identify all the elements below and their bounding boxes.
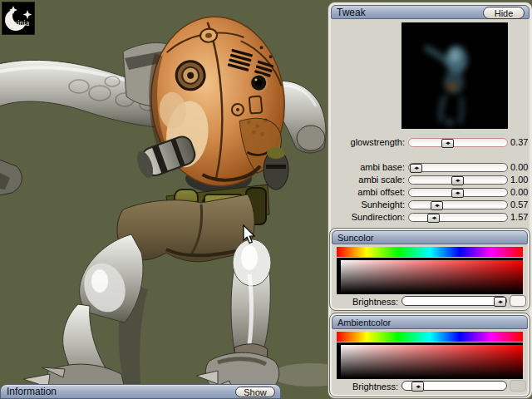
suncolor-brightness-row: Brightness: (330, 296, 530, 308)
ambientcolor-title: Ambientcolor (337, 318, 391, 328)
slider-value: 1.00 (510, 175, 528, 185)
information-title: Information (7, 385, 57, 398)
brightness-label: Brightness: (330, 381, 398, 392)
slider-handle[interactable] (427, 214, 440, 223)
slider-row: Sundirection: 1.57 (328, 212, 532, 223)
slider-row: glowstrength: 0.37 (328, 137, 532, 148)
slider-handle[interactable] (441, 139, 454, 148)
ambientcolor-titlebar[interactable]: Ambientcolor (332, 315, 528, 329)
slider-value: 0.57 (510, 200, 528, 210)
suncolor-swatch-button[interactable] (510, 295, 526, 307)
show-button[interactable]: Show (235, 387, 275, 397)
ambientcolor-hue-strip[interactable] (337, 332, 523, 342)
slider-value: 1.57 (510, 212, 528, 223)
sundirection-slider[interactable] (408, 213, 508, 222)
ambi-base-slider[interactable] (408, 163, 508, 172)
slider-value: 0.37 (510, 137, 528, 148)
slider-value: 0.00 (510, 187, 528, 198)
slider-label: Sunheight: (328, 200, 405, 210)
ambientcolor-sv-cursor (337, 345, 341, 379)
glowstrength-slider[interactable] (408, 138, 508, 147)
ambientcolor-panel: Ambientcolor Brightness: (329, 313, 530, 397)
brightness-label: Brightness: (330, 296, 398, 308)
logo-text: luxinia (7, 19, 30, 27)
suncolor-panel: Suncolor Brightness: (329, 228, 530, 311)
tweak-titlebar[interactable]: Tweak Hide (331, 5, 530, 19)
crescent-moon-icon: luxinia (2, 2, 34, 34)
ambi-offset-slider[interactable] (408, 188, 508, 197)
glow-preview-ghost (401, 22, 508, 129)
luxinia-screen: luxinia Tweak Hide (0, 0, 532, 399)
slider-label: ambi base: (328, 162, 405, 173)
slider-handle[interactable] (451, 176, 464, 185)
ambi-scale-slider[interactable] (408, 175, 508, 185)
slider-label: ambi scale: (328, 175, 405, 185)
suncolor-brightness-slider[interactable] (401, 296, 507, 306)
suncolor-sv-cursor (337, 260, 341, 294)
slider-label: glowstrength: (328, 137, 405, 148)
ambientcolor-brightness-slider[interactable] (401, 381, 507, 391)
slider-value: 0.00 (510, 162, 528, 173)
ambientcolor-saturation-box[interactable] (337, 342, 523, 379)
slider-handle[interactable] (451, 189, 464, 198)
suncolor-saturation-box[interactable] (337, 258, 523, 294)
hide-button[interactable]: Hide (483, 7, 525, 19)
slider-handle[interactable] (431, 201, 443, 210)
mouse-cursor-icon (243, 224, 256, 249)
suncolor-titlebar[interactable]: Suncolor (332, 230, 528, 244)
slider-row: ambi base: 0.00 (328, 162, 532, 173)
sunheight-slider[interactable] (408, 200, 508, 209)
slider-row: ambi offset: 0.00 (328, 187, 532, 198)
slider-handle[interactable] (411, 382, 424, 392)
suncolor-title: Suncolor (337, 233, 373, 243)
luxinia-logo: luxinia (2, 2, 35, 35)
ambientcolor-brightness-row: Brightness: (330, 381, 530, 392)
slider-row: ambi scale: 1.00 (328, 175, 532, 185)
slider-label: ambi offset: (328, 187, 405, 198)
slider-label: Sundirection: (328, 212, 405, 223)
slider-row: Sunheight: 0.57 (328, 200, 532, 210)
slider-handle[interactable] (410, 164, 422, 173)
tweak-title: Tweak (337, 7, 366, 18)
suncolor-hue-strip[interactable] (337, 247, 523, 257)
glow-preview-image (401, 22, 508, 129)
slider-handle[interactable] (494, 297, 506, 307)
information-bar[interactable]: Information Show (0, 384, 281, 399)
ambientcolor-swatch-button[interactable] (510, 380, 526, 392)
